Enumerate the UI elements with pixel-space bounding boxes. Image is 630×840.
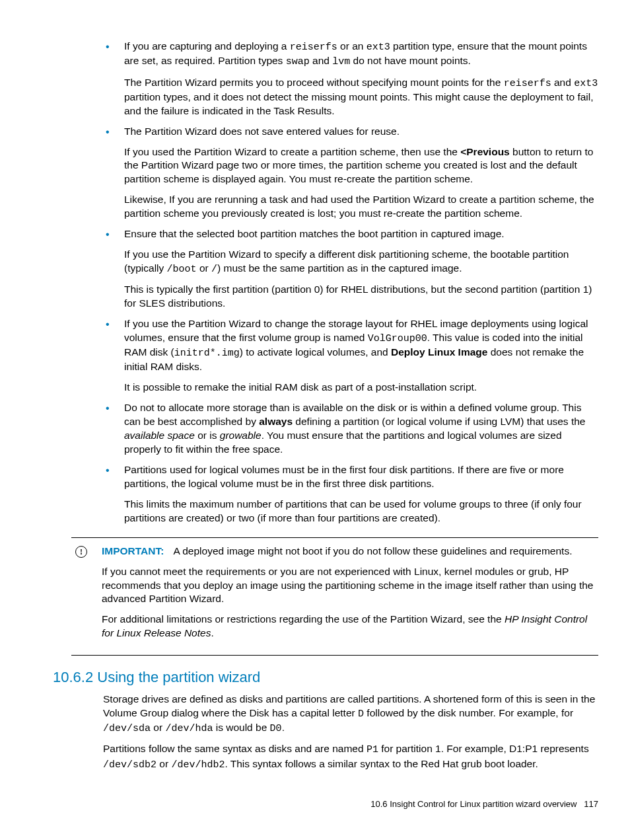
- text-run: ext3: [574, 78, 598, 89]
- text-run: Partitions follow the same syntax as dis…: [103, 743, 367, 754]
- section-heading: 10.6.2 Using the partition wizard: [53, 668, 598, 687]
- page-footer: 10.6 Insight Control for Linux partition…: [53, 798, 598, 810]
- text-run: /boot: [167, 264, 197, 275]
- text-run: partition types, and it does not detect …: [124, 91, 594, 116]
- text-run: . This syntax follows a similar syntax t…: [225, 758, 538, 769]
- text-run: It is possible to remake the initial RAM…: [124, 381, 477, 393]
- text-run: VolGroup00: [368, 333, 427, 344]
- text-run: /dev/sdb2: [103, 759, 157, 771]
- text-run: This is typically the first partition (p…: [124, 284, 592, 309]
- text-run: If you used the Partition Wizard to crea…: [124, 146, 460, 157]
- paragraph: Ensure that the selected boot partition …: [124, 227, 598, 241]
- text-run: Ensure that the selected boot partition …: [124, 228, 505, 239]
- footer-section-ref: 10.6 Insight Control for Linux partition…: [370, 799, 577, 809]
- text-run: available space: [124, 430, 195, 441]
- paragraph: If you used the Partition Wizard to crea…: [124, 145, 598, 187]
- text-run: or: [157, 758, 171, 769]
- text-run: A deployed image might not boot if you d…: [173, 545, 572, 556]
- list-item: Ensure that the selected boot partition …: [53, 227, 598, 311]
- text-run: growable: [220, 430, 262, 441]
- text-run: followed by the disk number. For example…: [364, 707, 573, 718]
- text-run: The Partition Wizard does not save enter…: [124, 126, 400, 137]
- text-run: ) to activate logical volumes, and: [240, 346, 391, 358]
- list-item: The Partition Wizard does not save enter…: [53, 125, 598, 221]
- list-item: If you use the Partition Wizard to chang…: [53, 317, 598, 395]
- text-run: do not have mount points.: [350, 55, 471, 66]
- text-run: If you cannot meet the requirements or y…: [102, 566, 593, 605]
- text-run: Likewise, If you are rerunning a task an…: [124, 194, 594, 219]
- text-run: always: [259, 416, 293, 427]
- paragraph: The Partition Wizard does not save enter…: [124, 125, 598, 139]
- text-run: swap: [286, 56, 310, 67]
- important-callout: ! IMPORTANT:A deployed image might not b…: [71, 537, 598, 656]
- text-run: is would be: [213, 722, 269, 733]
- list-item: Partitions used for logical volumes must…: [53, 463, 598, 525]
- important-icon: !: [75, 546, 87, 558]
- text-run: /dev/sda: [103, 723, 151, 734]
- text-run: The Partition Wizard permits you to proc…: [124, 77, 504, 88]
- text-run: reiserfs: [290, 42, 337, 53]
- paragraph: Storage drives are defined as disks and …: [103, 693, 598, 736]
- text-run: initrd*.img: [174, 348, 240, 359]
- section-body: Storage drives are defined as disks and …: [53, 693, 598, 772]
- text-run: /: [211, 264, 217, 275]
- text-run: and: [551, 77, 574, 88]
- footer-page-number: 117: [584, 799, 598, 809]
- paragraph: This is typically the first partition (p…: [124, 283, 598, 311]
- paragraph: For additional limitations or restrictio…: [102, 613, 598, 640]
- text-run: This limits the maximum number of partit…: [124, 498, 582, 523]
- paragraph: If you use the Partition Wizard to chang…: [124, 317, 598, 374]
- text-run: For additional limitations or restrictio…: [102, 613, 505, 625]
- text-run: or is: [195, 430, 220, 441]
- list-item: Do not to allocate more storage than is …: [53, 401, 598, 457]
- text-run: defining a partition (or logical volume …: [293, 416, 585, 427]
- paragraph: The Partition Wizard permits you to proc…: [124, 76, 598, 118]
- text-run: P1: [367, 744, 378, 755]
- text-run: ) must be the same partition as in the c…: [217, 262, 462, 274]
- text-run: .: [211, 627, 213, 638]
- text-run: or: [151, 722, 165, 733]
- paragraph: IMPORTANT:A deployed image might not boo…: [102, 545, 598, 558]
- text-run: reiserfs: [504, 78, 551, 89]
- paragraph: If you cannot meet the requirements or y…: [102, 565, 598, 607]
- paragraph: Partitions used for logical volumes must…: [124, 463, 598, 491]
- text-run: lvm: [332, 56, 350, 67]
- text-run: /dev/hda: [165, 723, 213, 734]
- paragraph: If you are capturing and deploying a rei…: [124, 40, 598, 69]
- text-run: D0: [270, 723, 282, 734]
- paragraph: Do not to allocate more storage than is …: [124, 401, 598, 457]
- paragraph: This limits the maximum number of partit…: [124, 498, 598, 525]
- paragraph: Likewise, If you are rerunning a task an…: [124, 193, 598, 221]
- text-run: If you are capturing and deploying a: [124, 40, 290, 52]
- list-item: If you are capturing and deploying a rei…: [53, 40, 598, 118]
- text-run: .: [282, 722, 285, 733]
- text-run: or: [197, 262, 211, 274]
- bullet-list: If you are capturing and deploying a rei…: [53, 40, 598, 525]
- text-run: D: [358, 708, 364, 720]
- text-run: <Previous: [460, 146, 510, 157]
- text-run: and: [310, 55, 332, 66]
- paragraph: If you use the Partition Wizard to speci…: [124, 248, 598, 276]
- important-label: IMPORTANT:: [102, 545, 164, 556]
- text-run: ext3: [367, 42, 390, 53]
- text-run: for partition 1. For example, D1:P1 repr…: [378, 743, 589, 754]
- text-run: Deploy Linux Image: [391, 346, 487, 358]
- paragraph: It is possible to remake the initial RAM…: [124, 381, 598, 395]
- paragraph: Partitions follow the same syntax as dis…: [103, 742, 598, 772]
- text-run: or an: [337, 40, 367, 52]
- text-run: /dev/hdb2: [171, 759, 225, 771]
- text-run: Partitions used for logical volumes must…: [124, 464, 564, 489]
